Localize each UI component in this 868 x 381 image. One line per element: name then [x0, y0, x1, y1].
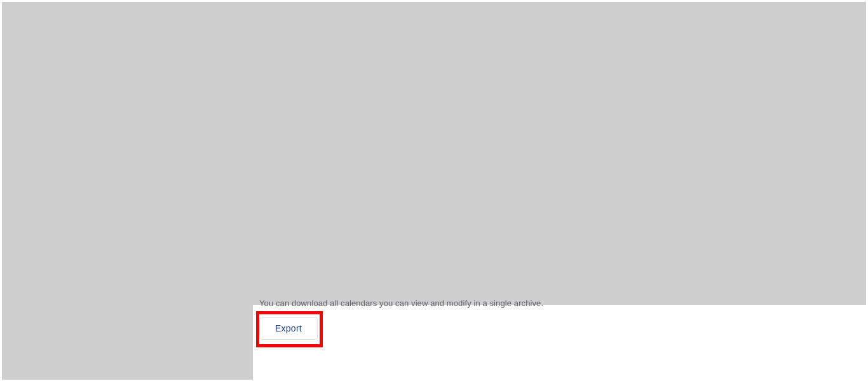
overlay-left — [2, 2, 253, 380]
export-description: You can download all calendars you can v… — [259, 298, 868, 308]
export-content-area: You can download all calendars you can v… — [259, 298, 868, 340]
export-button[interactable]: Export — [259, 317, 318, 340]
